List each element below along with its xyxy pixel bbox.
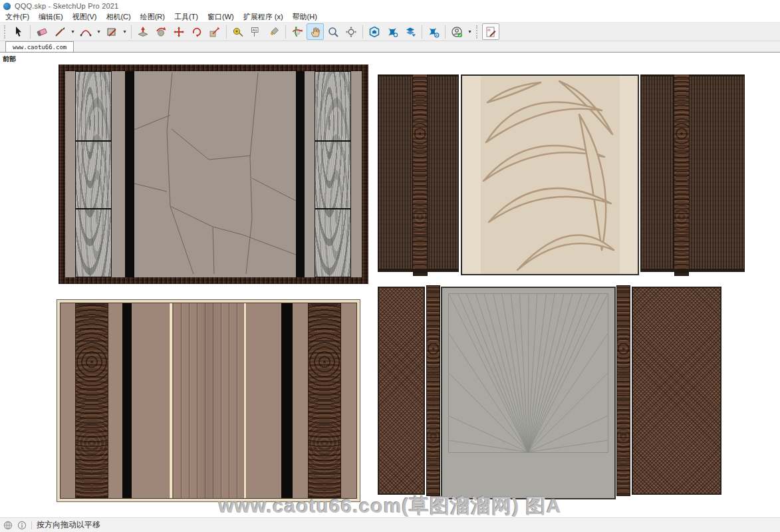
wall-panel-d-center <box>441 287 616 499</box>
dark-burl-column-right <box>308 303 341 498</box>
line-tool-button[interactable] <box>51 23 68 40</box>
zoom-extents-icon <box>345 26 357 38</box>
black-strip <box>296 71 305 277</box>
rectangle-tool-button[interactable] <box>103 23 120 40</box>
model-viewport[interactable]: 前部 <box>0 53 780 517</box>
text-label-icon: A1 <box>250 26 262 38</box>
title-bar: QQQ.skp - SketchUp Pro 2021 <box>0 0 780 12</box>
orbit-tool-button[interactable] <box>289 23 306 40</box>
scene-tab[interactable]: www.caotu66.com <box>5 41 74 52</box>
cracked-center-panel <box>134 71 296 277</box>
arc-tool-button[interactable] <box>77 23 94 40</box>
toolbar-separator <box>285 25 286 39</box>
menu-view[interactable]: 视图(V) <box>72 12 97 22</box>
geolocation-icon[interactable] <box>3 521 13 530</box>
column-divider <box>315 208 350 209</box>
menu-camera[interactable]: 相机(C) <box>106 12 130 22</box>
wall-panel-d-left-woven <box>378 287 425 495</box>
sunburst-relief-area <box>448 293 608 453</box>
wall-panel-d-right-woven <box>632 287 721 495</box>
menu-window[interactable]: 窗口(W) <box>207 12 234 22</box>
toolbar-separator <box>131 25 132 39</box>
zoom-extents-button[interactable] <box>342 23 360 40</box>
panel-foot <box>413 272 428 276</box>
text-tool-button[interactable]: A1 <box>247 23 265 40</box>
column-divider <box>315 140 350 142</box>
rotate-tool-button[interactable] <box>188 23 205 40</box>
menu-file[interactable]: 文件(F) <box>5 12 29 22</box>
menu-draw[interactable]: 绘图(R) <box>140 12 165 22</box>
eraser-tool-button[interactable] <box>33 23 51 40</box>
black-strip <box>122 303 132 498</box>
silver-burl-column-left <box>75 71 112 277</box>
pan-tool-button[interactable] <box>307 23 324 40</box>
zoom-icon <box>327 26 339 38</box>
toolbar: ▾ ▾ ▾ A1 <box>0 23 780 41</box>
toolbar-separator <box>226 25 227 39</box>
sunburst-art <box>449 294 608 452</box>
ruby-console-button[interactable]: rb <box>482 23 499 40</box>
window-title: QQQ.skp - SketchUp Pro 2021 <box>15 2 118 10</box>
tape-measure-tool-button[interactable] <box>229 23 247 40</box>
dark-burl-column <box>674 74 690 272</box>
rectangle-tool-dropdown[interactable]: ▾ <box>121 23 128 40</box>
dark-burl-column-left <box>426 285 440 496</box>
dark-burl-column-left <box>75 303 108 498</box>
push-pull-tool-button[interactable] <box>134 23 152 40</box>
menu-tools[interactable]: 工具(T) <box>174 12 198 22</box>
scene-tab-bar: www.caotu66.com <box>0 41 780 53</box>
sketchup-logo-icon <box>3 3 11 10</box>
move-tool-button[interactable] <box>170 23 188 40</box>
leaf-relief-area <box>481 76 620 274</box>
column-divider <box>76 140 111 142</box>
menu-extensions[interactable]: 扩展程序 (x) <box>243 12 283 22</box>
silver-burl-column-right <box>315 71 351 277</box>
account-dropdown[interactable]: ▾ <box>466 23 473 40</box>
tape-measure-icon <box>232 26 244 38</box>
toolbar-separator <box>445 25 446 39</box>
paint-bucket-icon <box>268 26 280 38</box>
credits-info-icon[interactable] <box>17 521 27 530</box>
sketchup-window: QQQ.skp - SketchUp Pro 2021 文件(F) 编辑(E) … <box>0 0 780 532</box>
wall-panel-a-body <box>65 71 362 277</box>
black-strip <box>281 303 293 498</box>
arc-tool-dropdown[interactable]: ▾ <box>95 23 102 40</box>
wall-panel-b-center <box>461 74 639 275</box>
line-tool-dropdown[interactable]: ▾ <box>69 23 76 40</box>
rectangle-icon <box>106 26 118 38</box>
menu-edit[interactable]: 编辑(E) <box>39 12 63 22</box>
fluted-center-section <box>173 303 243 498</box>
3d-warehouse-icon <box>368 26 380 38</box>
select-tool-button[interactable] <box>10 23 27 40</box>
dark-burl-column <box>412 74 428 272</box>
rotate-icon <box>191 26 203 38</box>
panel-foot <box>674 272 689 276</box>
extension-manager-icon <box>428 26 440 38</box>
pan-hand-icon <box>309 26 321 38</box>
statusbar-separator <box>31 521 32 529</box>
zoom-tool-button[interactable] <box>325 23 342 40</box>
status-bar: 按方向拖动以平移 <box>0 517 780 532</box>
paint-bucket-tool-button[interactable] <box>265 23 283 40</box>
menu-help[interactable]: 帮助(H) <box>293 12 317 22</box>
scale-tool-button[interactable] <box>206 23 223 40</box>
extension-manager-button[interactable] <box>425 23 442 40</box>
trimble-connect-button[interactable] <box>402 23 419 40</box>
chevron-down-icon: ▾ <box>468 29 471 35</box>
follow-me-icon <box>155 26 167 38</box>
extension-warehouse-button[interactable] <box>384 23 401 40</box>
toolbar-grip[interactable] <box>476 25 479 39</box>
black-strip <box>125 71 134 277</box>
eraser-icon <box>36 26 48 38</box>
account-button[interactable] <box>448 23 465 40</box>
panel-base-strip <box>640 269 745 272</box>
leaf-carving-art <box>481 76 620 274</box>
statusbar-hint: 按方向拖动以平移 <box>37 519 100 531</box>
follow-me-tool-button[interactable] <box>152 23 170 40</box>
column-divider <box>76 208 111 209</box>
svg-text:rb: rb <box>487 28 491 32</box>
wall-panel-c-body <box>60 303 357 499</box>
wall-panel-b-left-slats <box>378 74 459 272</box>
3d-warehouse-button[interactable] <box>366 23 383 40</box>
toolbar-grip[interactable] <box>4 25 7 39</box>
